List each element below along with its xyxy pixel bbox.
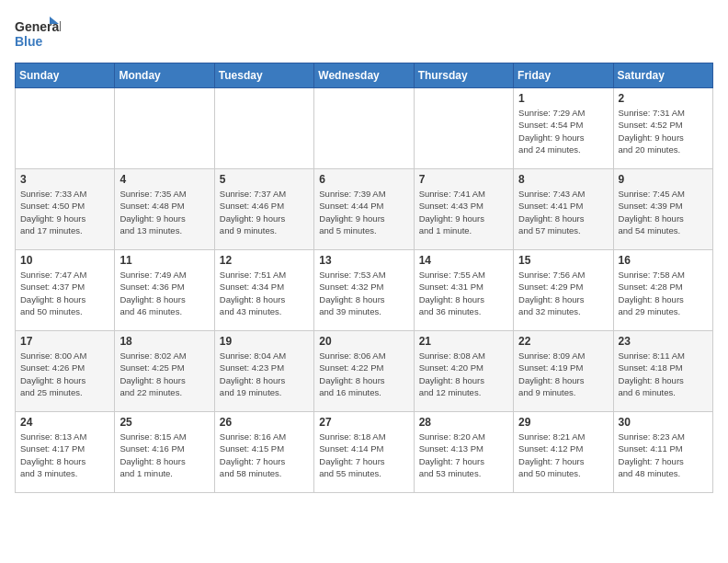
day-info: Sunrise: 7:51 AM Sunset: 4:34 PM Dayligh… — [220, 269, 309, 317]
calendar-cell: 25Sunrise: 8:15 AM Sunset: 4:16 PM Dayli… — [115, 412, 214, 493]
calendar-week-1: 1Sunrise: 7:29 AM Sunset: 4:54 PM Daylig… — [16, 88, 713, 169]
day-number: 22 — [518, 335, 608, 348]
day-number: 25 — [119, 416, 209, 429]
day-info: Sunrise: 7:33 AM Sunset: 4:50 PM Dayligh… — [20, 188, 109, 236]
calendar-cell: 15Sunrise: 7:56 AM Sunset: 4:29 PM Dayli… — [514, 250, 613, 331]
day-number: 6 — [319, 173, 408, 186]
day-number: 18 — [119, 335, 209, 348]
day-info: Sunrise: 7:47 AM Sunset: 4:37 PM Dayligh… — [20, 269, 109, 317]
calendar-cell — [115, 88, 214, 169]
day-number: 14 — [419, 254, 508, 267]
calendar-cell: 23Sunrise: 8:11 AM Sunset: 4:18 PM Dayli… — [613, 331, 712, 412]
calendar-cell: 6Sunrise: 7:39 AM Sunset: 4:44 PM Daylig… — [314, 169, 414, 250]
day-info: Sunrise: 7:58 AM Sunset: 4:28 PM Dayligh… — [619, 269, 708, 317]
calendar-cell: 21Sunrise: 8:08 AM Sunset: 4:20 PM Dayli… — [414, 331, 513, 412]
calendar-week-5: 24Sunrise: 8:13 AM Sunset: 4:17 PM Dayli… — [16, 412, 713, 493]
day-number: 3 — [20, 173, 109, 186]
calendar-cell: 20Sunrise: 8:06 AM Sunset: 4:22 PM Dayli… — [314, 331, 414, 412]
col-header-friday: Friday — [514, 63, 613, 88]
calendar-cell: 7Sunrise: 7:41 AM Sunset: 4:43 PM Daylig… — [414, 169, 513, 250]
day-number: 24 — [20, 416, 109, 429]
calendar-cell — [414, 88, 513, 169]
calendar-cell: 27Sunrise: 8:18 AM Sunset: 4:14 PM Dayli… — [314, 412, 414, 493]
day-info: Sunrise: 7:43 AM Sunset: 4:41 PM Dayligh… — [518, 188, 608, 236]
day-number: 16 — [619, 254, 708, 267]
day-number: 9 — [619, 173, 708, 186]
day-info: Sunrise: 8:16 AM Sunset: 4:15 PM Dayligh… — [220, 431, 309, 479]
day-info: Sunrise: 8:13 AM Sunset: 4:17 PM Dayligh… — [20, 431, 109, 479]
calendar-cell: 8Sunrise: 7:43 AM Sunset: 4:41 PM Daylig… — [514, 169, 613, 250]
calendar-cell: 30Sunrise: 8:23 AM Sunset: 4:11 PM Dayli… — [613, 412, 712, 493]
day-info: Sunrise: 8:09 AM Sunset: 4:19 PM Dayligh… — [518, 350, 608, 398]
day-info: Sunrise: 7:31 AM Sunset: 4:52 PM Dayligh… — [619, 107, 708, 155]
day-number: 2 — [619, 92, 708, 105]
page-header: GeneralBlue — [15, 15, 713, 53]
calendar-cell — [214, 88, 313, 169]
day-info: Sunrise: 8:23 AM Sunset: 4:11 PM Dayligh… — [619, 431, 708, 479]
col-header-wednesday: Wednesday — [314, 63, 414, 88]
calendar-cell: 3Sunrise: 7:33 AM Sunset: 4:50 PM Daylig… — [16, 169, 115, 250]
day-info: Sunrise: 8:04 AM Sunset: 4:23 PM Dayligh… — [220, 350, 309, 398]
day-number: 23 — [619, 335, 708, 348]
calendar-cell: 18Sunrise: 8:02 AM Sunset: 4:25 PM Dayli… — [115, 331, 214, 412]
calendar-cell: 10Sunrise: 7:47 AM Sunset: 4:37 PM Dayli… — [16, 250, 115, 331]
calendar-week-4: 17Sunrise: 8:00 AM Sunset: 4:26 PM Dayli… — [16, 331, 713, 412]
calendar-cell — [16, 88, 115, 169]
day-number: 19 — [220, 335, 309, 348]
day-number: 8 — [518, 173, 608, 186]
col-header-sunday: Sunday — [16, 63, 115, 88]
day-info: Sunrise: 8:02 AM Sunset: 4:25 PM Dayligh… — [119, 350, 209, 398]
calendar-cell: 9Sunrise: 7:45 AM Sunset: 4:39 PM Daylig… — [613, 169, 712, 250]
day-info: Sunrise: 8:18 AM Sunset: 4:14 PM Dayligh… — [319, 431, 408, 479]
day-info: Sunrise: 7:53 AM Sunset: 4:32 PM Dayligh… — [319, 269, 408, 317]
day-number: 4 — [119, 173, 209, 186]
calendar-cell: 19Sunrise: 8:04 AM Sunset: 4:23 PM Dayli… — [214, 331, 313, 412]
day-info: Sunrise: 8:08 AM Sunset: 4:20 PM Dayligh… — [419, 350, 508, 398]
day-number: 7 — [419, 173, 508, 186]
day-info: Sunrise: 7:41 AM Sunset: 4:43 PM Dayligh… — [419, 188, 508, 236]
col-header-tuesday: Tuesday — [214, 63, 313, 88]
day-number: 27 — [319, 416, 408, 429]
calendar-cell: 29Sunrise: 8:21 AM Sunset: 4:12 PM Dayli… — [514, 412, 613, 493]
calendar-cell: 13Sunrise: 7:53 AM Sunset: 4:32 PM Dayli… — [314, 250, 414, 331]
day-info: Sunrise: 8:21 AM Sunset: 4:12 PM Dayligh… — [518, 431, 608, 479]
day-number: 5 — [220, 173, 309, 186]
day-info: Sunrise: 7:29 AM Sunset: 4:54 PM Dayligh… — [518, 107, 608, 155]
day-number: 26 — [220, 416, 309, 429]
col-header-monday: Monday — [115, 63, 214, 88]
calendar-cell: 28Sunrise: 8:20 AM Sunset: 4:13 PM Dayli… — [414, 412, 513, 493]
calendar-cell: 12Sunrise: 7:51 AM Sunset: 4:34 PM Dayli… — [214, 250, 313, 331]
day-info: Sunrise: 8:15 AM Sunset: 4:16 PM Dayligh… — [119, 431, 209, 479]
logo-svg: GeneralBlue — [15, 15, 61, 53]
day-number: 21 — [419, 335, 508, 348]
col-header-saturday: Saturday — [613, 63, 712, 88]
day-info: Sunrise: 8:11 AM Sunset: 4:18 PM Dayligh… — [619, 350, 708, 398]
calendar-cell — [314, 88, 414, 169]
day-info: Sunrise: 7:49 AM Sunset: 4:36 PM Dayligh… — [119, 269, 209, 317]
day-info: Sunrise: 7:39 AM Sunset: 4:44 PM Dayligh… — [319, 188, 408, 236]
day-number: 17 — [20, 335, 109, 348]
day-number: 29 — [518, 416, 608, 429]
day-info: Sunrise: 7:35 AM Sunset: 4:48 PM Dayligh… — [119, 188, 209, 236]
col-header-thursday: Thursday — [414, 63, 513, 88]
calendar-cell: 2Sunrise: 7:31 AM Sunset: 4:52 PM Daylig… — [613, 88, 712, 169]
day-number: 28 — [419, 416, 508, 429]
calendar-cell: 26Sunrise: 8:16 AM Sunset: 4:15 PM Dayli… — [214, 412, 313, 493]
day-number: 15 — [518, 254, 608, 267]
day-number: 11 — [119, 254, 209, 267]
calendar-cell: 22Sunrise: 8:09 AM Sunset: 4:19 PM Dayli… — [514, 331, 613, 412]
day-number: 30 — [619, 416, 708, 429]
day-number: 12 — [220, 254, 309, 267]
day-info: Sunrise: 8:06 AM Sunset: 4:22 PM Dayligh… — [319, 350, 408, 398]
calendar-week-3: 10Sunrise: 7:47 AM Sunset: 4:37 PM Dayli… — [16, 250, 713, 331]
day-info: Sunrise: 7:37 AM Sunset: 4:46 PM Dayligh… — [220, 188, 309, 236]
calendar-cell: 14Sunrise: 7:55 AM Sunset: 4:31 PM Dayli… — [414, 250, 513, 331]
calendar-cell: 11Sunrise: 7:49 AM Sunset: 4:36 PM Dayli… — [115, 250, 214, 331]
calendar-week-2: 3Sunrise: 7:33 AM Sunset: 4:50 PM Daylig… — [16, 169, 713, 250]
calendar-cell: 16Sunrise: 7:58 AM Sunset: 4:28 PM Dayli… — [613, 250, 712, 331]
day-info: Sunrise: 8:20 AM Sunset: 4:13 PM Dayligh… — [419, 431, 508, 479]
day-info: Sunrise: 7:55 AM Sunset: 4:31 PM Dayligh… — [419, 269, 508, 317]
calendar-cell: 5Sunrise: 7:37 AM Sunset: 4:46 PM Daylig… — [214, 169, 313, 250]
logo: GeneralBlue — [15, 15, 61, 53]
svg-text:Blue: Blue — [15, 34, 43, 49]
